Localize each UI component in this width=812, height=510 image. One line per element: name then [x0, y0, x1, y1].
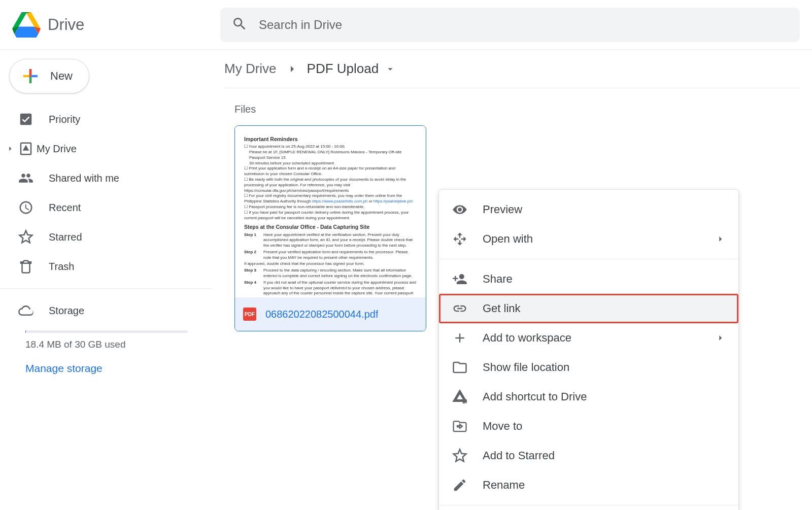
move-icon: [452, 419, 467, 434]
menu-label: Add shortcut to Drive: [483, 390, 587, 403]
sidebar-item-label: Priority: [49, 114, 80, 125]
divider: [439, 259, 738, 259]
breadcrumb-current-label: PDF Upload: [307, 61, 379, 77]
drive-logo-icon: [12, 12, 41, 38]
clock-icon: [18, 200, 33, 215]
sidebar-item-shared[interactable]: Shared with me: [0, 163, 197, 193]
menu-label: Add to workspace: [483, 331, 571, 345]
sidebar-item-starred[interactable]: Starred: [0, 222, 197, 252]
sidebar-item-label: Storage: [49, 305, 84, 317]
menu-label: Add to Starred: [483, 449, 555, 462]
trash-icon: [18, 259, 33, 274]
menu-add-workspace[interactable]: Add to workspace: [439, 323, 738, 353]
menu-label: Move to: [483, 420, 522, 433]
storage-meter: [25, 330, 188, 333]
menu-label: Preview: [483, 203, 522, 216]
sidebar-item-my-drive[interactable]: My Drive: [0, 134, 197, 163]
chevron-right-icon: [715, 234, 725, 244]
sidebar-item-label: Recent: [49, 202, 81, 214]
sidebar-item-label: Starred: [49, 231, 82, 243]
menu-show-location[interactable]: Show file location: [439, 353, 738, 382]
pdf-icon: PDF: [243, 308, 256, 321]
app-name: Drive: [48, 16, 84, 34]
person-add-icon: [452, 271, 467, 287]
menu-open-with[interactable]: Open with: [439, 224, 738, 254]
sidebar-item-label: My Drive: [37, 143, 77, 155]
my-drive-icon: [18, 141, 33, 156]
search-input[interactable]: [259, 18, 789, 32]
search-icon[interactable]: [231, 16, 248, 34]
shortcut-icon: [452, 389, 467, 404]
menu-move-to[interactable]: Move to: [439, 412, 738, 441]
file-card[interactable]: Important Reminders ☐ Your appointment i…: [234, 125, 426, 331]
file-footer: PDF 06862022082500044.pdf: [235, 297, 426, 331]
shared-icon: [18, 171, 33, 186]
manage-storage-link[interactable]: Manage storage: [25, 362, 103, 375]
sidebar-item-storage[interactable]: Storage: [0, 296, 197, 325]
breadcrumb: My Drive PDF Upload: [224, 50, 800, 88]
storage-text: 18.4 MB of 30 GB used: [25, 339, 212, 350]
priority-icon: [18, 112, 33, 127]
new-button[interactable]: New: [9, 59, 89, 93]
eye-icon: [452, 202, 467, 217]
sidebar-item-recent[interactable]: Recent: [0, 193, 197, 222]
sidebar: New Priority My Drive Shared with me Rec…: [0, 50, 212, 510]
divider: [439, 505, 738, 505]
breadcrumb-root[interactable]: My Drive: [224, 61, 277, 77]
context-menu: Preview Open with Share Get link Add to …: [439, 190, 738, 510]
sidebar-item-priority[interactable]: Priority: [0, 105, 197, 134]
open-with-icon: [452, 231, 467, 247]
files-section-label: Files: [224, 88, 800, 125]
menu-rename[interactable]: Rename: [439, 470, 738, 500]
menu-label: Share: [483, 273, 513, 286]
pencil-icon: [452, 478, 467, 493]
plus-icon: [20, 65, 41, 87]
caret-down-icon: [385, 63, 396, 75]
menu-label: Open with: [483, 232, 533, 246]
search-bar[interactable]: [220, 8, 800, 42]
divider: [0, 288, 212, 289]
sidebar-item-label: Trash: [49, 261, 74, 273]
chevron-right-icon: [286, 63, 298, 75]
file-name: 06862022082500044.pdf: [265, 309, 378, 320]
menu-get-link[interactable]: Get link: [439, 294, 738, 323]
chevron-right-icon: [5, 144, 15, 154]
sidebar-item-label: Shared with me: [49, 173, 119, 184]
plus-icon: [452, 330, 467, 346]
chevron-right-icon: [715, 333, 725, 343]
new-button-label: New: [50, 70, 73, 83]
logo-area[interactable]: Drive: [12, 12, 200, 38]
menu-share[interactable]: Share: [439, 264, 738, 294]
link-icon: [452, 301, 467, 316]
cloud-icon: [18, 303, 33, 318]
sidebar-item-trash[interactable]: Trash: [0, 252, 197, 281]
header: Drive: [0, 0, 812, 50]
folder-icon: [452, 360, 467, 375]
breadcrumb-current[interactable]: PDF Upload: [307, 61, 396, 77]
menu-label: Rename: [483, 479, 525, 492]
menu-add-starred[interactable]: Add to Starred: [439, 441, 738, 470]
star-icon: [452, 448, 467, 463]
menu-add-shortcut[interactable]: Add shortcut to Drive: [439, 382, 738, 412]
main-content: My Drive PDF Upload Files Important Remi…: [212, 50, 812, 510]
menu-preview[interactable]: Preview: [439, 195, 738, 224]
file-thumbnail: Important Reminders ☐ Your appointment i…: [235, 126, 426, 297]
menu-label: Show file location: [483, 361, 569, 374]
menu-label: Get link: [483, 302, 521, 315]
star-icon: [18, 229, 33, 245]
